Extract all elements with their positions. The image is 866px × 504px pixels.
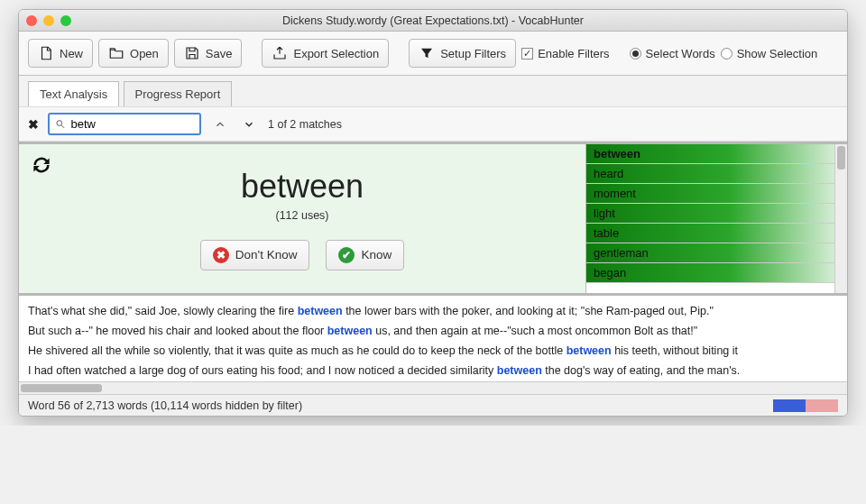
word-panel: between (112 uses) ✖ Don't Know ✔ Know [19,144,585,293]
show-selection-radio[interactable]: Show Selection [721,47,818,60]
traffic-lights [26,15,71,26]
minimize-icon[interactable] [43,15,54,26]
word-list: betweenheardmomentlighttablegentlemanbeg… [585,144,847,293]
word-buttons: ✖ Don't Know ✔ Know [200,240,404,270]
wordlist-row[interactable]: table [586,224,847,243]
export-button[interactable]: Export Selection [262,39,389,68]
example-line: That's what she did," said Joe, slowly c… [28,301,838,321]
open-label: Open [130,47,159,60]
search-field[interactable] [48,113,201,135]
progress-indicator [773,399,838,412]
tab-progress-report[interactable]: Progress Report [124,81,233,106]
show-selection-label: Show Selection [737,47,818,60]
filter-icon [419,45,435,61]
main-area: between (112 uses) ✖ Don't Know ✔ Know b… [19,142,847,293]
folder-open-icon [108,45,124,61]
refresh-icon[interactable] [30,153,53,177]
wordlist-row[interactable]: began [586,263,847,283]
save-icon [184,45,200,61]
tab-text-analysis[interactable]: Text Analysis [28,81,119,106]
know-button[interactable]: ✔ Know [326,240,404,270]
radio-off-icon [721,48,732,60]
word-uses: (112 uses) [275,209,328,222]
maximize-icon[interactable] [60,15,71,26]
next-match-icon[interactable] [239,115,259,134]
export-icon [272,45,288,61]
x-circle-icon: ✖ [213,247,229,263]
checkbox-icon: ✓ [521,48,533,60]
wordlist-scrollbar[interactable] [834,144,847,293]
status-bar: Word 56 of 2,713 words (10,114 words hid… [19,394,847,416]
app-window: Dickens Study.wordy (Great Expectations.… [18,9,848,417]
match-count: 1 of 2 matches [268,118,342,131]
know-label: Know [361,248,392,261]
save-label: Save [206,47,233,60]
titlebar: Dickens Study.wordy (Great Expectations.… [19,10,847,32]
wordlist-row[interactable]: between [586,144,847,164]
new-label: New [60,47,83,60]
search-input[interactable] [71,117,194,131]
radio-on-icon [630,48,641,60]
enable-filters-checkbox[interactable]: ✓ Enable Filters [521,47,609,60]
select-words-label: Select Words [646,47,715,60]
new-button[interactable]: New [28,39,93,68]
tabs: Text Analysis Progress Report [19,76,847,106]
enable-filters-label: Enable Filters [538,47,609,60]
status-text: Word 56 of 2,713 words (10,114 words hid… [28,399,302,412]
select-words-radio[interactable]: Select Words [630,47,715,60]
search-bar: ✖ 1 of 2 matches [19,106,847,142]
examples-panel: That's what she did," said Joe, slowly c… [19,293,847,381]
wordlist-row[interactable]: heard [586,164,847,184]
close-search-icon[interactable]: ✖ [28,117,39,132]
save-button[interactable]: Save [174,39,243,68]
example-line: But such a--" he moved his chair and loo… [28,321,838,341]
dont-know-button[interactable]: ✖ Don't Know [200,240,310,270]
svg-line-1 [61,125,64,128]
export-label: Export Selection [293,47,379,60]
progress-known [773,399,806,412]
example-line: He shivered all the while so violently, … [28,341,838,361]
examples-hscrollbar[interactable] [19,381,847,394]
wordlist-row[interactable]: light [586,204,847,224]
scrollbar-thumb[interactable] [837,146,845,170]
wordlist-row[interactable]: gentleman [586,243,847,263]
close-icon[interactable] [26,15,37,26]
open-button[interactable]: Open [98,39,169,68]
check-circle-icon: ✔ [338,247,355,263]
example-line: I had often watched a large dog of ours … [28,361,838,380]
search-icon [55,118,66,130]
window-title: Dickens Study.wordy (Great Expectations.… [19,14,847,27]
wordlist-row[interactable]: moment [586,184,847,204]
prev-match-icon[interactable] [210,115,230,134]
setup-filters-button[interactable]: Setup Filters [409,39,516,68]
hscroll-thumb[interactable] [21,384,102,392]
toolbar: New Open Save Export Selection Setup Fil… [19,32,847,76]
dont-know-label: Don't Know [235,248,298,261]
progress-unknown [806,399,838,412]
current-word: between [241,168,364,206]
file-icon [38,45,54,61]
svg-point-0 [57,121,62,126]
setup-filters-label: Setup Filters [440,47,506,60]
